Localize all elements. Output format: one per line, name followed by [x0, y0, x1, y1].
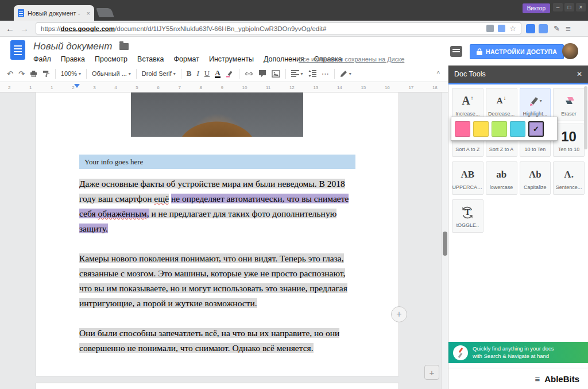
document-title[interactable]: Новый документ	[33, 41, 112, 52]
url-path: /document/d/1lJY55nxNlukfu63fV-66HBn_ygb…	[115, 25, 326, 32]
color-swatch-yellow[interactable]	[473, 121, 489, 137]
promo-banner-text: Quickly find anything in your docs with …	[473, 345, 554, 360]
uppercase-tool[interactable]: AB UPPERCASE	[452, 161, 483, 195]
brand-logo[interactable]: AbleBits	[544, 374, 579, 384]
tab-title: Новый документ -	[28, 10, 83, 17]
info-highlight-line[interactable]: Your info goes here	[79, 155, 355, 169]
ruler[interactable]: 21123456789101112131415161718	[0, 82, 448, 93]
color-swatch-green[interactable]	[492, 121, 507, 137]
word-to-ten-tool[interactable]: 10 Ten to 10	[553, 124, 585, 157]
paragraph-1[interactable]: Даже основные факты об устройстве мира и…	[79, 176, 357, 236]
menu-tools[interactable]: Инструменты	[209, 55, 254, 63]
sentence-case-tool[interactable]: A. Sentence...	[553, 161, 585, 195]
chevron-down-icon[interactable]: ▾	[540, 98, 542, 103]
document-scrollbar[interactable]	[441, 93, 448, 389]
maximize-icon[interactable]: □	[564, 3, 574, 11]
docs-favicon-icon	[18, 9, 24, 17]
explore-button[interactable]: +	[424, 365, 439, 380]
insert-link-icon[interactable]	[245, 70, 253, 78]
lock-icon	[477, 48, 482, 55]
document-text[interactable]: Даже основные факты об устройстве мира и…	[79, 176, 357, 371]
menu-format[interactable]: Формат	[174, 55, 199, 63]
extension-icon-2[interactable]	[539, 24, 548, 33]
paragraph-3[interactable]: Они были способны запечатлеть всё, на чт…	[79, 326, 357, 356]
bookmark-star-icon[interactable]: ☆	[509, 24, 516, 33]
highlighter-icon	[528, 95, 540, 107]
menu-insert[interactable]: Вставка	[137, 55, 164, 63]
bold-button[interactable]: B	[187, 69, 192, 78]
toolbar-separator	[285, 69, 286, 79]
misspelled-word: ещё	[154, 194, 169, 203]
extension-icon-1[interactable]	[526, 24, 535, 33]
menu-edit[interactable]: Правка	[61, 55, 85, 63]
scrollbar-thumb[interactable]	[443, 232, 447, 256]
toolbar-separator	[86, 69, 87, 79]
document-image[interactable]	[131, 93, 303, 137]
align-button[interactable]: ▾	[291, 70, 303, 77]
more-options-icon[interactable]: ⋯	[322, 70, 329, 78]
profile-button[interactable]: Виктор	[523, 3, 550, 13]
docs-logo-icon[interactable]	[10, 40, 25, 60]
menu-view[interactable]: Просмотр	[95, 55, 127, 63]
insert-image-icon[interactable]	[272, 70, 280, 78]
underline-button[interactable]: U	[204, 69, 210, 78]
sidebar-close-icon[interactable]: ✕	[577, 70, 582, 78]
text-color-button[interactable]: A	[215, 70, 220, 78]
saved-status-link[interactable]: Все изменения сохранены на Диске	[299, 56, 404, 63]
document-page[interactable]: Your info goes here Даже основные факты …	[36, 93, 399, 376]
redo-icon[interactable]: ↷	[18, 70, 25, 78]
chevron-down-icon: ▾	[129, 71, 131, 76]
share-button-label: НАСТРОЙКИ ДОСТУПА	[486, 48, 557, 55]
comments-button[interactable]	[450, 46, 462, 57]
line-spacing-button[interactable]	[308, 70, 316, 77]
eraser-tool[interactable]: Eraser	[553, 88, 585, 121]
pencil-extension-icon[interactable]: ✎	[554, 24, 560, 33]
toggle-case-tool[interactable]: T tOGGLE..	[452, 199, 483, 233]
undo-icon[interactable]: ↶	[7, 70, 13, 78]
avatar[interactable]	[562, 43, 578, 59]
minimize-icon[interactable]: –	[553, 3, 563, 11]
browser-tab[interactable]: Новый документ - ×	[14, 5, 94, 21]
document-canvas: Your info goes here Даже основные факты …	[0, 93, 448, 389]
font-select[interactable]: Droid Serif▾	[142, 70, 176, 77]
move-to-folder-icon[interactable]	[119, 43, 129, 50]
zoom-select[interactable]: 100%▾	[61, 70, 81, 77]
capitalize-tool[interactable]: Ab Capitalize	[520, 161, 551, 195]
promo-banner[interactable]: Quickly find anything in your docs with …	[448, 342, 588, 363]
forward-icon[interactable]: →	[20, 24, 29, 33]
url-action-icon[interactable]	[486, 25, 494, 32]
lowercase-tool[interactable]: ab lowercase	[486, 161, 517, 195]
collapse-toolbar-icon[interactable]: ^	[437, 70, 440, 77]
styles-select[interactable]: Обычный ...▾	[92, 70, 131, 77]
menu-file[interactable]: Файл	[33, 55, 51, 63]
paragraph-2[interactable]: Камеры нового поколения понимают, что он…	[79, 251, 357, 311]
add-comment-button[interactable]: +	[391, 306, 407, 322]
toolbar-separator	[136, 69, 137, 79]
tab-close-icon[interactable]: ×	[87, 10, 90, 17]
print-icon[interactable]	[30, 70, 37, 78]
url-bar[interactable]: https://docs.google.com/document/d/1lJY5…	[36, 22, 521, 34]
indent-marker[interactable]	[74, 84, 80, 88]
brand-menu-icon[interactable]: ≡	[535, 374, 540, 384]
new-tab-button[interactable]	[96, 8, 114, 17]
color-swatch-cyan[interactable]	[510, 121, 525, 137]
color-swatch-purple-selected[interactable]: ✓	[528, 121, 544, 137]
chevron-down-icon: ▾	[173, 71, 176, 76]
document-page-2[interactable]	[36, 383, 399, 389]
url-text: https://docs.google.com/document/d/1lJY5…	[41, 25, 482, 32]
eraser-icon	[563, 96, 575, 106]
color-swatch-pink[interactable]	[455, 121, 470, 137]
back-icon[interactable]: ←	[6, 24, 14, 33]
browser-navbar: ← → https://docs.google.com/document/d/1…	[0, 21, 588, 37]
share-button[interactable]: НАСТРОЙКИ ДОСТУПА	[470, 44, 564, 59]
italic-button[interactable]: I	[196, 69, 199, 78]
paint-format-icon[interactable]	[42, 70, 50, 78]
editing-mode-button[interactable]: ▾	[340, 70, 351, 78]
window-close-icon[interactable]: ×	[576, 3, 586, 11]
highlight-color-button[interactable]	[226, 70, 234, 78]
docs-header: Новый документ Файл Правка Просмотр Вста…	[0, 37, 588, 66]
browser-menu-icon[interactable]: ≡	[566, 24, 571, 33]
sidebar-scrollbar[interactable]	[584, 86, 587, 149]
url-action-icon-2[interactable]	[498, 25, 505, 32]
insert-comment-icon[interactable]	[258, 70, 266, 78]
